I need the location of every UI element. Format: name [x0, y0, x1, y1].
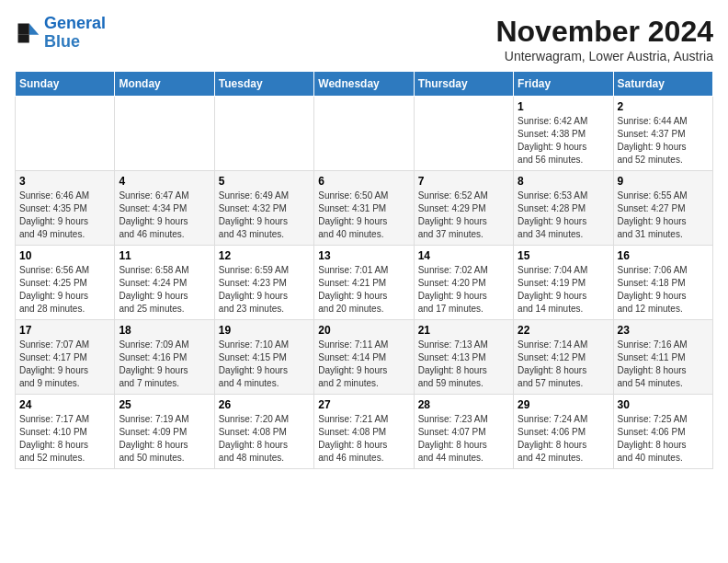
calendar-cell: 19Sunrise: 7:10 AM Sunset: 4:15 PM Dayli… — [214, 320, 313, 395]
month-title: November 2024 — [495, 15, 713, 49]
calendar-cell: 4Sunrise: 6:47 AM Sunset: 4:34 PM Daylig… — [115, 171, 214, 246]
day-info: Sunrise: 7:01 AM Sunset: 4:21 PM Dayligh… — [318, 264, 409, 316]
day-info: Sunrise: 6:50 AM Sunset: 4:31 PM Dayligh… — [318, 190, 409, 241]
calendar-cell: 25Sunrise: 7:19 AM Sunset: 4:09 PM Dayli… — [115, 395, 214, 469]
day-number: 9 — [618, 175, 709, 188]
calendar-cell: 15Sunrise: 7:04 AM Sunset: 4:19 PM Dayli… — [514, 246, 613, 320]
day-info: Sunrise: 7:25 AM Sunset: 4:06 PM Dayligh… — [618, 413, 709, 465]
weekday-header-row: SundayMondayTuesdayWednesdayThursdayFrid… — [16, 72, 713, 97]
day-number: 18 — [119, 324, 210, 337]
weekday-header-wednesday: Wednesday — [314, 72, 414, 97]
day-number: 20 — [318, 324, 409, 337]
day-number: 7 — [418, 175, 509, 188]
calendar-cell: 27Sunrise: 7:21 AM Sunset: 4:08 PM Dayli… — [314, 395, 414, 469]
day-number: 12 — [219, 249, 310, 262]
day-number: 25 — [119, 398, 210, 411]
day-info: Sunrise: 6:56 AM Sunset: 4:25 PM Dayligh… — [19, 264, 110, 316]
calendar-cell: 24Sunrise: 7:17 AM Sunset: 4:10 PM Dayli… — [16, 395, 115, 469]
day-info: Sunrise: 7:09 AM Sunset: 4:16 PM Dayligh… — [119, 339, 210, 390]
calendar-cell — [16, 97, 115, 171]
weekday-header-friday: Friday — [514, 72, 613, 97]
day-number: 4 — [119, 175, 210, 188]
day-info: Sunrise: 7:04 AM Sunset: 4:19 PM Dayligh… — [518, 264, 609, 316]
calendar-cell: 9Sunrise: 6:55 AM Sunset: 4:27 PM Daylig… — [613, 171, 712, 246]
day-number: 2 — [618, 100, 709, 113]
day-info: Sunrise: 7:10 AM Sunset: 4:15 PM Dayligh… — [219, 339, 310, 390]
day-number: 14 — [418, 249, 509, 262]
svg-rect-1 — [18, 23, 29, 34]
calendar-cell: 14Sunrise: 7:02 AM Sunset: 4:20 PM Dayli… — [414, 246, 513, 320]
day-info: Sunrise: 7:21 AM Sunset: 4:08 PM Dayligh… — [318, 413, 409, 465]
day-number: 21 — [418, 324, 509, 337]
calendar-cell — [414, 97, 513, 171]
day-info: Sunrise: 7:14 AM Sunset: 4:12 PM Dayligh… — [518, 339, 609, 390]
day-number: 15 — [518, 249, 609, 262]
day-number: 10 — [19, 249, 110, 262]
week-row-2: 3Sunrise: 6:46 AM Sunset: 4:35 PM Daylig… — [16, 171, 713, 246]
day-number: 11 — [119, 249, 210, 262]
day-info: Sunrise: 7:13 AM Sunset: 4:13 PM Dayligh… — [418, 339, 509, 390]
calendar-cell: 28Sunrise: 7:23 AM Sunset: 4:07 PM Dayli… — [414, 395, 513, 469]
day-number: 19 — [219, 324, 310, 337]
calendar-cell — [214, 97, 313, 171]
day-info: Sunrise: 7:23 AM Sunset: 4:07 PM Dayligh… — [418, 413, 509, 465]
week-row-4: 17Sunrise: 7:07 AM Sunset: 4:17 PM Dayli… — [16, 320, 713, 395]
day-info: Sunrise: 7:20 AM Sunset: 4:08 PM Dayligh… — [219, 413, 310, 465]
calendar-cell: 5Sunrise: 6:49 AM Sunset: 4:32 PM Daylig… — [214, 171, 313, 246]
svg-marker-0 — [29, 23, 40, 34]
day-number: 23 — [618, 324, 709, 337]
weekday-header-sunday: Sunday — [16, 72, 115, 97]
title-area: November 2024 Unterwagram, Lower Austria… — [495, 15, 713, 63]
day-info: Sunrise: 6:47 AM Sunset: 4:34 PM Dayligh… — [119, 190, 210, 241]
calendar-cell: 13Sunrise: 7:01 AM Sunset: 4:21 PM Dayli… — [314, 246, 414, 320]
calendar-cell: 16Sunrise: 7:06 AM Sunset: 4:18 PM Dayli… — [613, 246, 712, 320]
day-info: Sunrise: 7:07 AM Sunset: 4:17 PM Dayligh… — [19, 339, 110, 390]
calendar-cell — [314, 97, 414, 171]
day-number: 5 — [219, 175, 310, 188]
day-info: Sunrise: 7:17 AM Sunset: 4:10 PM Dayligh… — [19, 413, 110, 465]
weekday-header-thursday: Thursday — [414, 72, 513, 97]
day-info: Sunrise: 7:24 AM Sunset: 4:06 PM Dayligh… — [518, 413, 609, 465]
calendar-cell: 23Sunrise: 7:16 AM Sunset: 4:11 PM Dayli… — [613, 320, 712, 395]
day-info: Sunrise: 7:06 AM Sunset: 4:18 PM Dayligh… — [618, 264, 709, 316]
day-info: Sunrise: 6:58 AM Sunset: 4:24 PM Dayligh… — [119, 264, 210, 316]
week-row-1: 1Sunrise: 6:42 AM Sunset: 4:38 PM Daylig… — [16, 97, 713, 171]
day-number: 16 — [618, 249, 709, 262]
day-number: 1 — [518, 100, 609, 113]
calendar-cell: 1Sunrise: 6:42 AM Sunset: 4:38 PM Daylig… — [514, 97, 613, 171]
weekday-header-monday: Monday — [115, 72, 214, 97]
calendar-cell: 29Sunrise: 7:24 AM Sunset: 4:06 PM Dayli… — [514, 395, 613, 469]
location-subtitle: Unterwagram, Lower Austria, Austria — [495, 49, 713, 63]
calendar-cell: 26Sunrise: 7:20 AM Sunset: 4:08 PM Dayli… — [214, 395, 313, 469]
day-number: 8 — [518, 175, 609, 188]
calendar-cell — [115, 97, 214, 171]
day-info: Sunrise: 6:53 AM Sunset: 4:28 PM Dayligh… — [518, 190, 609, 241]
day-info: Sunrise: 7:19 AM Sunset: 4:09 PM Dayligh… — [119, 413, 210, 465]
logo-text-line2: Blue — [44, 33, 106, 52]
day-number: 3 — [19, 175, 110, 188]
day-number: 29 — [518, 398, 609, 411]
day-number: 13 — [318, 249, 409, 262]
day-number: 30 — [618, 398, 709, 411]
day-number: 6 — [318, 175, 409, 188]
calendar-cell: 8Sunrise: 6:53 AM Sunset: 4:28 PM Daylig… — [514, 171, 613, 246]
calendar-cell: 12Sunrise: 6:59 AM Sunset: 4:23 PM Dayli… — [214, 246, 313, 320]
day-info: Sunrise: 6:59 AM Sunset: 4:23 PM Dayligh… — [219, 264, 310, 316]
day-number: 17 — [19, 324, 110, 337]
calendar-cell: 30Sunrise: 7:25 AM Sunset: 4:06 PM Dayli… — [613, 395, 712, 469]
day-info: Sunrise: 6:46 AM Sunset: 4:35 PM Dayligh… — [19, 190, 110, 241]
day-info: Sunrise: 7:02 AM Sunset: 4:20 PM Dayligh… — [418, 264, 509, 316]
calendar-table: SundayMondayTuesdayWednesdayThursdayFrid… — [15, 71, 713, 469]
calendar-cell: 18Sunrise: 7:09 AM Sunset: 4:16 PM Dayli… — [115, 320, 214, 395]
day-info: Sunrise: 7:16 AM Sunset: 4:11 PM Dayligh… — [618, 339, 709, 390]
calendar-cell: 6Sunrise: 6:50 AM Sunset: 4:31 PM Daylig… — [314, 171, 414, 246]
calendar-cell: 2Sunrise: 6:44 AM Sunset: 4:37 PM Daylig… — [613, 97, 712, 171]
day-info: Sunrise: 6:55 AM Sunset: 4:27 PM Dayligh… — [618, 190, 709, 241]
day-number: 22 — [518, 324, 609, 337]
day-info: Sunrise: 7:11 AM Sunset: 4:14 PM Dayligh… — [318, 339, 409, 390]
calendar-cell: 21Sunrise: 7:13 AM Sunset: 4:13 PM Dayli… — [414, 320, 513, 395]
day-number: 28 — [418, 398, 509, 411]
calendar-cell: 7Sunrise: 6:52 AM Sunset: 4:29 PM Daylig… — [414, 171, 513, 246]
week-row-5: 24Sunrise: 7:17 AM Sunset: 4:10 PM Dayli… — [16, 395, 713, 469]
day-info: Sunrise: 6:49 AM Sunset: 4:32 PM Dayligh… — [219, 190, 310, 241]
